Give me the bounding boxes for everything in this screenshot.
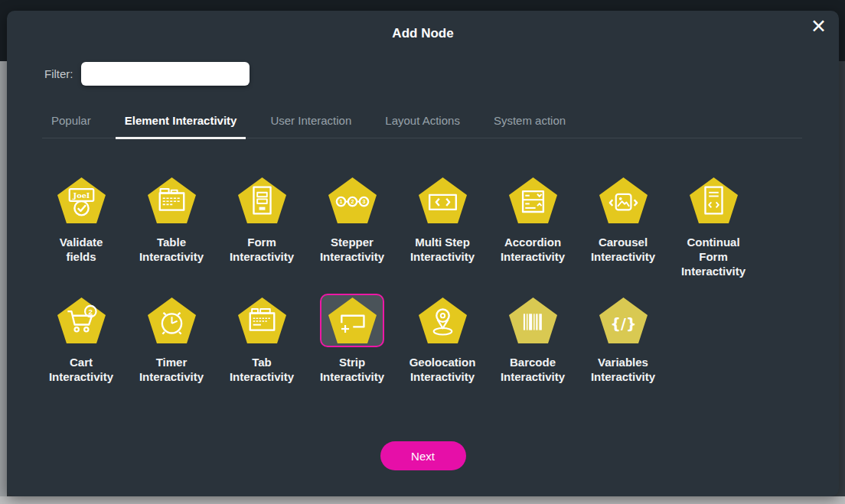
cart-icon: 2	[57, 298, 106, 343]
accordion-icon	[509, 177, 557, 223]
svg-text:JoeI: JoeI	[72, 191, 90, 200]
node-label: Table Interactivity	[139, 235, 204, 264]
tab-popular[interactable]: Popular	[42, 114, 100, 139]
node-item-validate-fields[interactable]: JoeI Validate fields	[36, 174, 126, 294]
node-label: Carousel Interactivity	[591, 235, 655, 264]
node-tile	[230, 174, 294, 227]
node-tile	[681, 174, 745, 227]
node-item-tab-interactivity[interactable]: Tab Interactivity	[217, 294, 307, 384]
close-icon[interactable]: ✕	[811, 17, 827, 36]
timer-icon	[148, 298, 196, 343]
node-tile	[591, 174, 655, 227]
node-item-stepper-interactivity[interactable]: 1 2 3 Stepper Interactivity	[307, 174, 397, 294]
tab-layout-actions[interactable]: Layout Actions	[376, 114, 469, 139]
node-label: Validate fields	[60, 235, 103, 264]
geolocation-icon	[419, 298, 467, 343]
node-tile	[139, 294, 204, 347]
multi-step-icon	[419, 177, 467, 223]
tab-icon	[238, 298, 286, 343]
node-item-strip-interactivity[interactable]: Strip Interactivity	[307, 294, 397, 384]
barcode-icon	[509, 298, 557, 343]
node-item-table-interactivity[interactable]: Table Interactivity	[126, 174, 217, 294]
svg-text:3: 3	[362, 198, 365, 205]
node-item-geolocation-interactivity[interactable]: Geolocation Interactivity	[397, 294, 488, 384]
node-label: Strip Interactivity	[320, 355, 384, 384]
page-background-bottom	[0, 496, 845, 504]
dialog-footer: Next	[7, 441, 839, 470]
table-icon	[148, 177, 196, 223]
node-tile-selected	[320, 294, 384, 347]
tab-bar: Popular Element Interactivity User Inter…	[42, 114, 802, 138]
svg-text:2: 2	[351, 198, 354, 205]
node-label: Tab Interactivity	[230, 355, 294, 384]
node-label: Multi Step Interactivity	[410, 235, 475, 264]
node-label: Continual Form Interactivity	[681, 235, 745, 278]
node-label: Barcode Interactivity	[501, 355, 565, 384]
node-item-form-interactivity[interactable]: Form Interactivity	[217, 174, 307, 294]
validate-fields-icon: JoeI	[57, 177, 106, 223]
node-item-variables-interactivity[interactable]: {/} Variables Interactivity	[578, 294, 668, 384]
node-label: Stepper Interactivity	[320, 235, 384, 264]
node-item-accordion-interactivity[interactable]: Accordion Interactivity	[488, 174, 578, 294]
node-label: Variables Interactivity	[591, 355, 655, 384]
next-button[interactable]: Next	[380, 441, 466, 470]
svg-text:{/}: {/}	[610, 315, 636, 332]
node-label: Timer Interactivity	[139, 355, 204, 384]
strip-icon	[328, 298, 377, 343]
node-tile	[230, 294, 294, 347]
carousel-icon	[599, 177, 648, 223]
node-tile	[139, 174, 204, 227]
node-grid: JoeI Validate fields	[36, 174, 839, 384]
add-node-dialog: ✕ Add Node Filter: Popular Element Inter…	[7, 11, 839, 496]
node-grid-row-2: 2 Cart Interactivity	[36, 294, 839, 384]
node-grid-row-1: JoeI Validate fields	[36, 174, 839, 294]
node-tile: 2	[49, 294, 113, 347]
node-tile	[410, 294, 475, 347]
svg-text:1: 1	[339, 198, 342, 205]
node-tile: JoeI	[49, 174, 113, 227]
node-item-cart-interactivity[interactable]: 2 Cart Interactivity	[36, 294, 126, 384]
variables-icon: {/}	[599, 298, 648, 343]
node-label: Cart Interactivity	[49, 355, 113, 384]
dialog-title: Add Node	[7, 26, 839, 41]
tab-element-interactivity[interactable]: Element Interactivity	[116, 114, 246, 139]
tab-user-interaction[interactable]: User Interaction	[261, 114, 361, 139]
svg-text:2: 2	[88, 307, 93, 316]
form-icon	[238, 177, 286, 223]
node-label: Geolocation Interactivity	[409, 355, 476, 384]
node-item-timer-interactivity[interactable]: Timer Interactivity	[126, 294, 217, 384]
stepper-icon: 1 2 3	[328, 177, 377, 223]
node-tile: 1 2 3	[320, 174, 384, 227]
filter-label: Filter:	[44, 67, 73, 80]
page-background-left	[0, 61, 7, 504]
node-item-multi-step-interactivity[interactable]: Multi Step Interactivity	[397, 174, 488, 294]
tab-system-action[interactable]: System action	[484, 114, 575, 139]
node-tile	[501, 294, 565, 347]
node-tile	[501, 174, 565, 227]
filter-row: Filter:	[44, 62, 839, 86]
node-tile: {/}	[591, 294, 655, 347]
node-item-barcode-interactivity[interactable]: Barcode Interactivity	[488, 294, 578, 384]
node-tile	[410, 174, 475, 227]
node-label: Form Interactivity	[230, 235, 294, 264]
filter-input[interactable]	[81, 62, 250, 86]
node-label: Accordion Interactivity	[501, 235, 565, 264]
continual-form-icon	[690, 177, 738, 223]
node-item-carousel-interactivity[interactable]: Carousel Interactivity	[578, 174, 668, 294]
node-item-continual-form-interactivity[interactable]: Continual Form Interactivity	[668, 174, 759, 294]
